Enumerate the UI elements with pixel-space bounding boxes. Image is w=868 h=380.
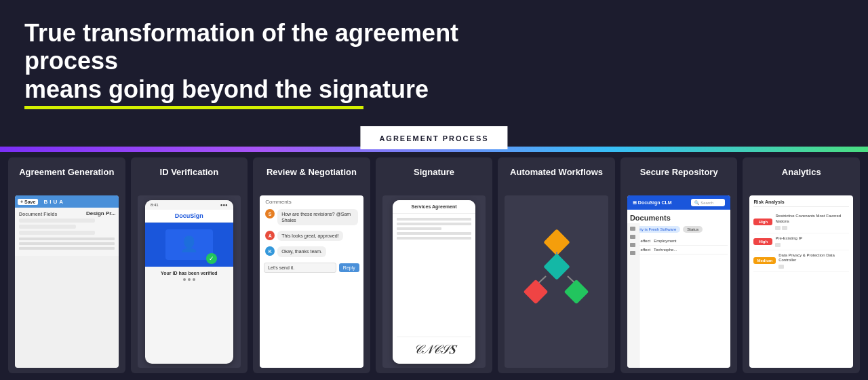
process-bar-wrapper: AGREEMENT PROCESS <box>0 121 868 152</box>
process-label-text: AGREEMENT PROCESS <box>379 134 488 142</box>
idv-dots <box>149 278 229 281</box>
idv-body: 👤 ✓ <box>145 223 233 267</box>
idv-footer: Your ID has been verified <box>145 267 233 285</box>
an-row-content-2: Pre-Existing IP <box>775 236 802 247</box>
page-wrapper: True transformation of the agreement pro… <box>0 0 868 380</box>
card-preview-review-negotiation: Comments S How are these revisions? @Sam… <box>260 195 363 368</box>
an-title: Risk Analysis <box>753 200 849 207</box>
sig-line-3 <box>397 227 441 230</box>
rn-input-row: Let's send it. Reply <box>260 260 363 276</box>
sig-area: 𝒞𝒩𝒞𝒮𝑺 <box>397 337 471 360</box>
ag-save-btn: + Save <box>18 199 38 205</box>
ag-field-1 <box>19 218 95 223</box>
sig-preview: Services Agreement 𝒞𝒩𝒞𝒮𝑺 <box>393 200 475 364</box>
sr-sidebar-icon-4 <box>630 251 635 255</box>
align-icon: A <box>59 199 63 205</box>
ag-toolbar-icons: B I U A <box>43 199 63 205</box>
rn-avatar-2: A <box>265 231 275 240</box>
rn-bubble-3: Okay, thanks team. <box>277 246 326 256</box>
card-agreement-generation: Agreement Generation + Save B I U A Docu… <box>8 157 125 373</box>
card-signature: Signature Services Agreement 𝒞𝒩𝒞𝒮𝑺 <box>376 157 493 373</box>
an-badge-high-1: High <box>753 218 772 225</box>
sig-line-1 <box>397 218 471 221</box>
ag-field-2 <box>19 225 76 229</box>
rn-avatar-1: S <box>265 209 275 218</box>
idv-preview: 8:41 ●●● DocuSign 👤 ✓ Your ID has been v… <box>145 200 233 364</box>
process-label-box: AGREEMENT PROCESS <box>360 126 507 149</box>
aw-preview <box>505 195 608 368</box>
rn-input[interactable]: Let's send it. <box>264 263 336 273</box>
card-preview-analytics: Risk Analysis High Restrictive Covenants… <box>749 195 853 368</box>
sr-filter-status[interactable]: Status <box>683 226 703 233</box>
underline-icon: U <box>53 199 57 205</box>
ag-line-3 <box>19 247 115 250</box>
ag-lines <box>19 238 115 250</box>
card-review-negotiation: Review & Negotiation Comments S How are … <box>253 157 370 373</box>
sr-sidebar-icon-2 <box>630 235 635 239</box>
sig-text: 𝒞𝒩𝒞𝒮𝑺 <box>399 343 469 357</box>
card-analytics: Analytics Risk Analysis High Restrictive… <box>743 157 860 373</box>
sr-sidebar <box>627 223 639 368</box>
cards-section: Agreement Generation + Save B I U A Docu… <box>0 152 868 380</box>
card-preview-signature: Services Agreement 𝒞𝒩𝒞𝒮𝑺 <box>382 195 486 368</box>
sr-row-1: In effect Employment <box>630 237 728 246</box>
rn-bubble-1: How are these revisions? @Sam Shales <box>277 209 358 225</box>
rn-comment-1: S How are these revisions? @Sam Shales <box>260 206 363 228</box>
card-title-analytics: Analytics <box>749 167 853 189</box>
sig-doc-body: 𝒞𝒩𝒞𝒮𝑺 <box>393 214 475 364</box>
ag-line-2 <box>19 242 115 245</box>
sig-line-2 <box>397 223 471 225</box>
svg-rect-2 <box>543 253 570 280</box>
ag-field-3 <box>19 231 95 235</box>
idv-check-icon: ✓ <box>206 253 217 264</box>
sr-row-2: In effect Technophe... <box>630 246 728 254</box>
idv-dot-1 <box>183 278 186 281</box>
sr-sidebar-icon-3 <box>630 243 635 247</box>
an-icon-2 <box>782 226 787 230</box>
card-preview-id-verification: 8:41 ●●● DocuSign 👤 ✓ Your ID has been v… <box>138 195 241 368</box>
card-preview-automated-workflows <box>505 195 608 368</box>
idv-dot-3 <box>193 278 195 281</box>
svg-rect-5 <box>523 280 548 305</box>
sr-main: Documents Party is Fresh Software Status… <box>627 210 731 368</box>
ag-toolbar: + Save B I U A <box>15 195 119 208</box>
sr-preview: ⊞ DocuSign CLM 🔍 Search Documents <box>627 195 731 368</box>
an-icon-row-2 <box>775 243 802 247</box>
idv-header: DocuSign <box>145 210 233 223</box>
sr-row-text-1: In effect Employment <box>636 239 677 243</box>
sr-title: Documents <box>630 214 728 222</box>
card-title-id-verification: ID Verification <box>138 167 241 189</box>
sig-doc-title: Services Agreement <box>393 200 475 214</box>
an-icon-1 <box>775 226 781 230</box>
an-badge-medium-1: Medium <box>753 257 776 264</box>
sig-line-5 <box>397 237 471 240</box>
svg-rect-0 <box>543 229 570 256</box>
an-text-3: Data Privacy & Protection Data Controlle… <box>778 253 849 264</box>
rn-header: Comments <box>260 195 363 206</box>
card-preview-secure-repository: ⊞ DocuSign CLM 🔍 Search Documents <box>627 195 731 368</box>
svg-rect-6 <box>564 280 589 305</box>
rn-comment-2: A This looks great, approved! <box>260 228 363 244</box>
ag-preview: + Save B I U A Document Fields De <box>15 195 119 368</box>
card-automated-workflows: Automated Workflows <box>498 157 615 373</box>
an-badge-high-2: High <box>753 238 772 245</box>
ag-right-content: Design Pr... <box>86 210 116 216</box>
sr-logo: ⊞ DocuSign CLM <box>633 200 672 206</box>
rn-reply-button[interactable]: Reply <box>339 263 359 272</box>
idv-dot-2 <box>188 278 191 281</box>
idv-status-bar: 8:41 ●●● <box>145 200 233 210</box>
header-section: True transformation of the agreement pro… <box>0 0 868 121</box>
sig-line-4 <box>397 232 471 235</box>
an-text-2: Pre-Existing IP <box>775 236 802 242</box>
sr-topbar: ⊞ DocuSign CLM 🔍 Search <box>627 195 731 210</box>
card-title-review-negotiation: Review & Negotiation <box>260 167 363 189</box>
an-icon-row-1 <box>775 226 849 230</box>
rn-bubble-2: This looks great, approved! <box>277 231 342 241</box>
card-title-automated-workflows: Automated Workflows <box>505 167 608 189</box>
an-icon-4 <box>778 265 784 269</box>
ag-line-1 <box>19 238 115 240</box>
main-title: True transformation of the agreement pro… <box>24 19 499 109</box>
an-row-content-1: Restrictive Covenants Most Favored Natio… <box>775 214 849 230</box>
an-row-3: Medium Data Privacy & Protection Data Co… <box>753 250 849 273</box>
idv-signal: ●●● <box>220 203 228 207</box>
